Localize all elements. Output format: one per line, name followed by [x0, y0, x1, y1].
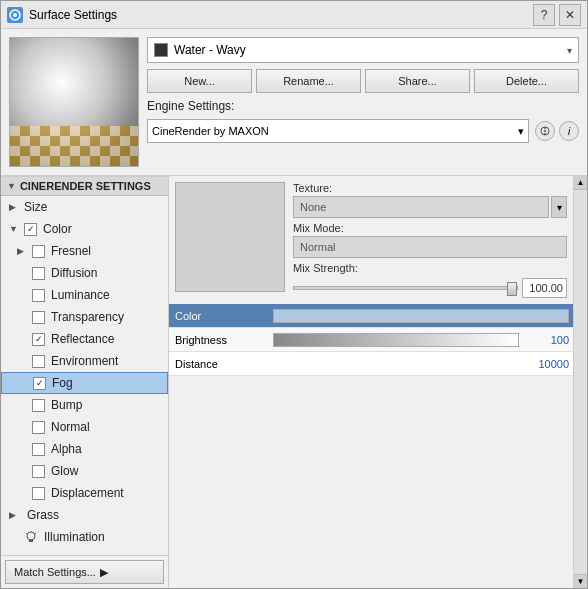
title-bar-buttons: ? ✕: [533, 4, 581, 26]
checkbox-transparency[interactable]: [32, 311, 45, 324]
item-label-size: Size: [24, 200, 47, 214]
mix-mode-value[interactable]: Normal: [293, 236, 567, 258]
checkbox-reflectance[interactable]: ✓: [32, 333, 45, 346]
bottom-bar-left: Match Settings... ▶: [1, 555, 168, 588]
mix-strength-value[interactable]: 100.00: [522, 278, 567, 298]
section-toggle-icon: ▼: [7, 181, 16, 191]
tree-item-alpha[interactable]: Alpha: [1, 438, 168, 460]
checkbox-diffusion[interactable]: [32, 267, 45, 280]
material-name-bar[interactable]: Water - Wavy ▾: [147, 37, 579, 63]
tree-item-size[interactable]: ▶ Size: [1, 196, 168, 218]
checkbox-glow[interactable]: [32, 465, 45, 478]
scroll-up-button[interactable]: ▲: [574, 176, 587, 190]
mix-strength-track[interactable]: [293, 286, 518, 290]
info-icon[interactable]: i: [559, 121, 579, 141]
prop-name-distance: Distance: [169, 358, 269, 370]
prop-number-distance: 10000: [523, 358, 573, 370]
item-label-luminance: Luminance: [51, 288, 110, 302]
checkbox-color[interactable]: ✓: [24, 223, 37, 236]
svg-point-5: [544, 133, 546, 135]
close-button[interactable]: ✕: [559, 4, 581, 26]
checkbox-alpha[interactable]: [32, 443, 45, 456]
top-right: Water - Wavy ▾ New... Rename... Share...…: [147, 37, 579, 167]
mix-strength-thumb[interactable]: [507, 282, 517, 296]
tree-item-glow[interactable]: Glow: [1, 460, 168, 482]
svg-point-6: [27, 532, 35, 540]
svg-rect-7: [29, 540, 33, 542]
item-label-reflectance: Reflectance: [51, 332, 114, 346]
scroll-down-button[interactable]: ▼: [574, 574, 587, 588]
texture-none-value[interactable]: None: [293, 196, 549, 218]
prop-row-color[interactable]: Color: [169, 304, 573, 328]
tree-item-transparency[interactable]: Transparency: [1, 306, 168, 328]
tree-item-luminance[interactable]: Luminance: [1, 284, 168, 306]
tree-item-grass[interactable]: ▶ Grass: [1, 504, 168, 526]
tree-item-color[interactable]: ▼ ✓ Color: [1, 218, 168, 240]
prop-number-brightness: 100: [523, 334, 573, 346]
checkbox-environment[interactable]: [32, 355, 45, 368]
item-label-alpha: Alpha: [51, 442, 82, 456]
checkbox-fog[interactable]: ✓: [33, 377, 46, 390]
item-label-environment: Environment: [51, 354, 118, 368]
brightness-slider[interactable]: [273, 333, 519, 347]
svg-point-1: [13, 13, 17, 17]
engine-label: Engine Settings:: [147, 99, 234, 113]
item-label-normal: Normal: [51, 420, 90, 434]
color-bar[interactable]: [273, 309, 569, 323]
match-settings-arrow: ▶: [100, 566, 108, 579]
texture-browse-button[interactable]: ▾: [551, 196, 567, 218]
engine-icons: i: [535, 121, 579, 141]
texture-control-row: Texture: None ▾: [293, 182, 567, 218]
svg-point-3: [544, 127, 546, 129]
mix-mode-control-row: Mix Mode: Normal: [293, 222, 567, 258]
prop-row-brightness[interactable]: Brightness 100: [169, 328, 573, 352]
material-dropdown-arrow[interactable]: ▾: [567, 45, 572, 56]
main-content: ▼ CINERENDER SETTINGS ▶ Size ▼ ✓ Color ▶: [1, 176, 587, 588]
surface-settings-window: Surface Settings ? ✕ Water - Wavy ▾ New.…: [0, 0, 588, 589]
right-panel: Texture: None ▾ Mix Mode: Normal: [169, 176, 573, 588]
render-settings-icon[interactable]: [535, 121, 555, 141]
mix-strength-slider-row: 100.00: [293, 278, 567, 298]
title-bar: Surface Settings ? ✕: [1, 1, 587, 29]
texture-preview: [175, 182, 285, 292]
help-button[interactable]: ?: [533, 4, 555, 26]
rename-button[interactable]: Rename...: [256, 69, 361, 93]
checkbox-displacement[interactable]: [32, 487, 45, 500]
share-button[interactable]: Share...: [365, 69, 470, 93]
prop-value-brightness[interactable]: [269, 333, 523, 347]
tree-item-normal[interactable]: Normal: [1, 416, 168, 438]
tree-item-fresnel[interactable]: ▶ Fresnel: [1, 240, 168, 262]
checkbox-bump[interactable]: [32, 399, 45, 412]
texture-browse-icon: ▾: [557, 202, 562, 213]
cinerender-section-header[interactable]: ▼ CINERENDER SETTINGS: [1, 176, 168, 196]
tree-item-fog[interactable]: ✓ Fog: [1, 372, 168, 394]
engine-select[interactable]: CineRender by MAXON ▾: [147, 119, 529, 143]
action-buttons: New... Rename... Share... Delete...: [147, 69, 579, 93]
checkbox-fresnel[interactable]: [32, 245, 45, 258]
svg-line-10: [35, 533, 36, 534]
item-label-illumination: Illumination: [44, 530, 105, 544]
checkbox-normal[interactable]: [32, 421, 45, 434]
material-color-swatch[interactable]: [154, 43, 168, 57]
item-label-glow: Glow: [51, 464, 78, 478]
match-settings-label: Match Settings...: [14, 566, 96, 578]
tree-item-illumination[interactable]: Illumination: [1, 526, 168, 548]
window-icon: [7, 7, 23, 23]
match-settings-button[interactable]: Match Settings... ▶: [5, 560, 164, 584]
new-button[interactable]: New...: [147, 69, 252, 93]
tree-item-displacement[interactable]: Displacement: [1, 482, 168, 504]
tree-item-reflectance[interactable]: ✓ Reflectance: [1, 328, 168, 350]
engine-select-row: CineRender by MAXON ▾ i: [147, 119, 579, 143]
svg-point-4: [544, 130, 546, 132]
delete-button[interactable]: Delete...: [474, 69, 579, 93]
tree-item-environment[interactable]: Environment: [1, 350, 168, 372]
prop-row-distance[interactable]: Distance 10000: [169, 352, 573, 376]
mix-mode-label: Mix Mode:: [293, 222, 567, 234]
checkbox-luminance[interactable]: [32, 289, 45, 302]
tree-item-diffusion[interactable]: Diffusion: [1, 262, 168, 284]
texture-area: Texture: None ▾ Mix Mode: Normal: [169, 176, 573, 304]
prop-value-color[interactable]: [269, 309, 573, 323]
item-label-fresnel: Fresnel: [51, 244, 91, 258]
prop-name-brightness: Brightness: [169, 334, 269, 346]
tree-item-bump[interactable]: Bump: [1, 394, 168, 416]
